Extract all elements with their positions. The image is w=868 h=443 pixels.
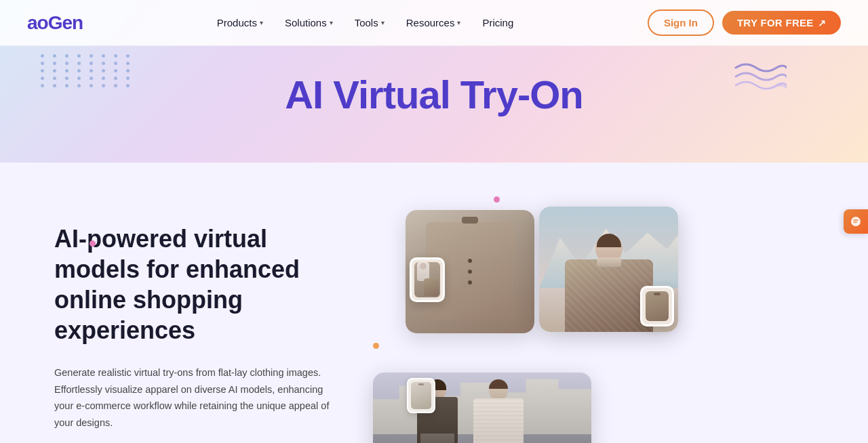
logo-text: aoGen [27,12,83,34]
dot-pink-top [494,196,500,203]
side-chat-button[interactable] [844,209,868,234]
nav-tools-label: Tools [355,17,378,28]
garment-thumbnail-2 [640,286,674,326]
site-header: aoGen Products ▾ Solutions ▾ Tools ▾ Res… [0,0,868,46]
chevron-down-icon: ▾ [330,19,333,26]
nav-solutions[interactable]: Solutions ▾ [275,12,342,34]
nav-products[interactable]: Products ▾ [208,12,273,34]
image-column [380,210,678,443]
main-heading: AI-powered virtual models for enhanced o… [54,224,339,345]
signin-label: Sign In [664,17,698,28]
chevron-down-icon: ▾ [457,19,460,26]
main-section: AI-powered virtual models for enhanced o… [0,163,868,443]
nav-resources-label: Resources [406,17,455,28]
main-inner: AI-powered virtual models for enhanced o… [54,210,814,443]
garment-thumbnail-1 [410,257,445,302]
street-models-card [373,373,591,443]
hero-title: AI Virtual Try-On [285,73,583,117]
nav-tools[interactable]: Tools ▾ [345,12,394,34]
nav-pricing-label: Pricing [482,17,513,28]
logo[interactable]: aoGen [27,12,83,34]
svg-point-0 [851,217,861,226]
chevron-down-icon: ▾ [381,19,384,26]
nav-resources[interactable]: Resources ▾ [397,12,471,34]
wave-decoration [732,54,787,98]
tryfree-button[interactable]: TRY FOR FREE ↗ [722,11,841,35]
main-nav: Products ▾ Solutions ▾ Tools ▾ Resources… [208,12,524,34]
nav-solutions-label: Solutions [285,17,327,28]
header-actions: Sign In TRY FOR FREE ↗ [648,9,841,36]
main-body-1: Generate realistic virtual try-ons from … [54,364,339,431]
nav-products-label: Products [217,17,257,28]
dot-grid-decoration [41,54,134,87]
chevron-down-icon: ▾ [260,19,263,26]
dot-orange-mid [373,343,379,349]
text-column: AI-powered virtual models for enhanced o… [54,210,339,443]
hero-content: AI Virtual Try-On [285,73,583,117]
signin-button[interactable]: Sign In [648,9,714,36]
nav-pricing[interactable]: Pricing [473,12,523,34]
garment-thumbnail-3 [407,378,435,413]
dot-pink-accent [90,240,96,247]
tryfree-label: TRY FOR FREE [737,17,814,28]
arrow-icon: ↗ [818,18,826,28]
